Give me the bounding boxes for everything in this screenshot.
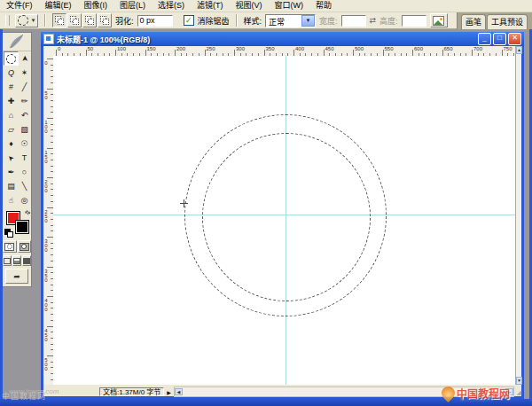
type-tool[interactable]: T <box>17 151 32 165</box>
ruler-tick <box>264 50 265 56</box>
quick-mask-group <box>3 240 31 253</box>
status-menu-arrow-icon[interactable]: ▶ <box>167 389 171 395</box>
separator <box>236 14 238 27</box>
menu-bar: 文件(F)编辑(E)图像(I)图层(L)选择(S)滤镜(T)视图(V)窗口(W)… <box>0 0 532 12</box>
ruler-label: 300 <box>236 46 245 51</box>
shape-tool[interactable]: ○ <box>17 165 32 179</box>
quick-mask-mode-button[interactable] <box>18 240 32 253</box>
move-tool[interactable]: ➤ <box>17 51 32 66</box>
intersect-with-selection-button[interactable] <box>98 13 112 27</box>
ruler-tick <box>47 326 53 327</box>
photoshop-feather-logo <box>3 33 31 51</box>
minimize-button[interactable]: _ <box>478 33 491 45</box>
ruler-tick <box>353 50 354 56</box>
file-browser-button[interactable] <box>430 13 448 27</box>
edit-in-imageready-button[interactable]: ➦ <box>5 269 28 284</box>
ruler-tick <box>383 50 384 56</box>
add-to-selection-button[interactable] <box>67 13 82 27</box>
maximize-button[interactable]: □ <box>493 33 506 45</box>
height-input[interactable] <box>402 15 426 27</box>
ruler-tick <box>175 50 176 56</box>
menu-item-2[interactable]: 图像(I) <box>78 0 114 12</box>
full-screen-with-menubar-button[interactable] <box>12 255 21 266</box>
ruler-tick <box>502 50 503 56</box>
feather-label: 羽化: <box>115 15 134 27</box>
standard-mode-button[interactable] <box>3 240 17 253</box>
ruler-label: 50 <box>43 90 49 99</box>
screen-mode-group <box>3 255 31 266</box>
ruler-tick <box>47 237 53 238</box>
magic-wand-tool[interactable]: ✶ <box>17 66 32 80</box>
vertical-scrollbar[interactable]: ▲ ▼ <box>515 46 521 385</box>
document-title-bar[interactable]: 未标题-1 @ 100%(RGB/8) _ □ ✕ <box>41 32 524 46</box>
history-brush-tool[interactable]: ↶ <box>17 108 32 122</box>
swap-dimensions-icon[interactable]: ⇄ <box>370 16 377 25</box>
selection-mode-group <box>52 13 112 27</box>
ruler-tick <box>293 50 294 56</box>
new-selection-button[interactable] <box>52 13 66 27</box>
document-window: 未标题-1 @ 100%(RGB/8) _ □ ✕ 05010015020025… <box>41 32 524 399</box>
current-tool-button[interactable]: ▼ <box>15 14 38 27</box>
ruler-tick <box>472 50 473 56</box>
menu-item-4[interactable]: 选择(S) <box>152 0 191 12</box>
watermark-logo: 中国教程网 www.jcwcn.com <box>442 381 530 404</box>
color-swatch-widget: ⇄ <box>4 209 31 238</box>
height-label: 高度: <box>379 15 398 27</box>
canvas[interactable] <box>53 56 515 385</box>
brush-tool[interactable]: ✏ <box>17 94 32 108</box>
style-label: 样式: <box>244 15 262 27</box>
ruler-label: 250 <box>43 209 49 223</box>
style-select[interactable]: 正常 ▼ <box>265 14 316 27</box>
ruler-label: 0 <box>58 46 60 51</box>
menu-item-7[interactable]: 窗口(W) <box>269 0 310 12</box>
elliptical-marquee-icon <box>18 15 28 26</box>
dodge-tool[interactable]: ☉ <box>17 137 32 151</box>
subtract-from-selection-button[interactable] <box>82 13 97 27</box>
feather-input[interactable]: 0 px <box>137 15 173 27</box>
background-color-swatch[interactable] <box>15 220 29 234</box>
palette-tab-1[interactable]: 工具预设 <box>487 14 528 29</box>
menu-item-6[interactable]: 视图(V) <box>230 0 269 12</box>
tool-options-bar: ▼ 羽化: 0 px ✓ 消除锯齿 样式: 正常 ▼ 宽度: ⇄ 高度: 画笔工… <box>0 12 532 29</box>
document-icon <box>43 34 54 44</box>
palette-well: 画笔工具预设 <box>457 12 532 29</box>
menu-item-8[interactable]: 帮助 <box>309 0 338 12</box>
ruler-tick <box>47 177 53 178</box>
full-screen-mode-button[interactable] <box>22 255 31 266</box>
scroll-up-icon[interactable]: ▲ <box>516 46 522 54</box>
crosshair-cursor-icon <box>180 199 188 207</box>
zoom-percent-box[interactable]: www.jcwcn.com <box>44 387 96 396</box>
menu-item-1[interactable]: 编辑(E) <box>39 0 78 12</box>
close-button[interactable]: ✕ <box>508 33 521 45</box>
menu-item-5[interactable]: 滤镜(T) <box>191 0 230 12</box>
ruler-label: 500 <box>355 46 364 51</box>
eyedropper-tool[interactable]: ╲ <box>17 179 32 193</box>
gradient-tool[interactable]: ▧ <box>17 122 32 137</box>
zoom-tool[interactable]: ◎ <box>17 193 32 207</box>
chevron-down-icon[interactable]: ▼ <box>301 15 315 27</box>
ruler-label: 150 <box>147 46 156 51</box>
ruler-tick <box>234 50 235 56</box>
menu-item-3[interactable]: 图层(L) <box>113 0 152 12</box>
ruler-tick <box>56 50 57 56</box>
scroll-left-icon[interactable]: ◀ <box>175 388 183 395</box>
ruler-label: 100 <box>117 46 126 51</box>
style-value: 正常 <box>266 15 301 27</box>
slice-tool[interactable]: ╱ <box>17 80 32 94</box>
inner-selection-circle[interactable] <box>202 133 371 301</box>
default-colors-icon[interactable] <box>4 229 12 236</box>
swap-colors-icon[interactable]: ⇄ <box>23 208 32 217</box>
toolbox-palette: ➤Q✶#╱✚✏⌂↶▱▧♦☉➤T✒○▤╲☝◎ ⇄ ➦ <box>3 32 32 287</box>
photoshop-app-window: 文件(F)编辑(E)图像(I)图层(L)选择(S)滤镜(T)视图(V)窗口(W)… <box>0 0 532 406</box>
menu-item-0[interactable]: 文件(F) <box>0 0 39 12</box>
separator <box>44 14 46 27</box>
width-input[interactable] <box>341 15 366 27</box>
ruler-tick <box>47 89 53 90</box>
standard-screen-mode-button[interactable] <box>3 255 12 266</box>
ruler-label: 500 <box>43 357 49 371</box>
ruler-label: 350 <box>43 269 49 282</box>
options-bar-grip[interactable] <box>5 15 10 26</box>
watermark-bottom-left: 中国教程网 <box>2 390 46 402</box>
antialias-checkbox[interactable]: ✓ <box>184 15 194 26</box>
palette-tab-0[interactable]: 画笔 <box>461 14 486 29</box>
